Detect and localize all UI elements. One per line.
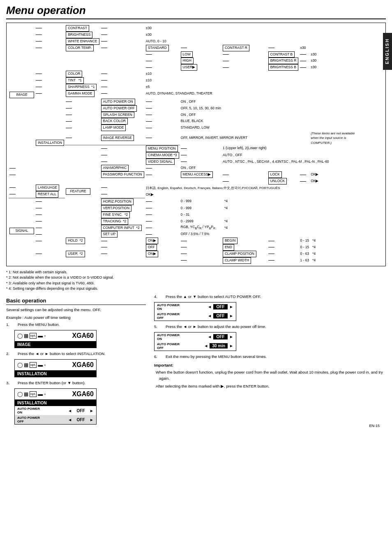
item-auto-power-on: AUTO POWER ON bbox=[101, 99, 135, 105]
step-1-num: 1. bbox=[6, 322, 14, 327]
item-clamp-width: CLAMP WIDTH bbox=[223, 257, 251, 264]
osd-row-3-2: AUTO POWEROFF ◄ OFF ► bbox=[15, 415, 96, 424]
english-sidebar: ENGLISH bbox=[383, 33, 392, 70]
value-br: ±30 bbox=[311, 58, 316, 62]
icon-circle-3: ◯ bbox=[17, 391, 23, 397]
item-auto-power-off: AUTO POWER OFF bbox=[101, 105, 137, 112]
osd-row-4-2-left: AUTO POWEROFF bbox=[157, 312, 206, 320]
item-brightness: BRIGHTNESS bbox=[66, 32, 92, 38]
item-low: LOW bbox=[181, 51, 193, 58]
value-cinema-mode: AUTO , OFF bbox=[223, 153, 242, 157]
item-brightness-r: BRIGHTNESS R bbox=[268, 58, 299, 64]
value-video-signal: AUTO , NTSC , PAL , SECAM , 4.43NTSC , P… bbox=[223, 159, 329, 164]
important-bullet-1: When the button doesn't function, unplug… bbox=[159, 369, 386, 381]
icon-square1: ▩ bbox=[24, 333, 28, 339]
item-user-signal: USER *2 bbox=[66, 251, 85, 257]
item-vert-pos: VERT.POSITION bbox=[101, 205, 132, 212]
osd-arrow-4-1-l: ◄ bbox=[208, 305, 212, 309]
value-clamp-width: 1 - 63 bbox=[300, 258, 309, 262]
item-brightness-b: BRIGHTNESS B bbox=[268, 64, 298, 71]
important-section: Important: When the button doesn't funct… bbox=[154, 362, 386, 390]
value-auto-power-off: OFF, 5, 10, 15, 30, 60 min bbox=[181, 106, 221, 110]
item-computer-input: COMPUTER INPUT *2 bbox=[101, 225, 142, 231]
value-white-enhance: AUTO, 0 - 10 bbox=[146, 39, 166, 43]
important-title: Important: bbox=[154, 362, 386, 368]
step-2-text: Press the ◄ or ► button to select INSTAL… bbox=[18, 351, 146, 356]
osd-model-3: XGA60 bbox=[72, 390, 94, 398]
value-auto-power-on: ON , OFF bbox=[181, 99, 196, 104]
osd-icons-3: ◯ ▩ opt. ▬ ▫ bbox=[17, 391, 46, 397]
value-language: 日本語, English, Español, Deutsch, Français… bbox=[146, 186, 280, 190]
value-reset-all: OK▶ bbox=[146, 192, 154, 196]
note-4: * 4: Setting range differs depending on … bbox=[6, 286, 386, 292]
item-splash-screen: SPLASH SCREEN bbox=[101, 112, 134, 118]
value-begin: 0 - 15 bbox=[300, 238, 309, 242]
item-hold-off: OFF bbox=[146, 244, 157, 251]
section-signal: SIGNAL bbox=[9, 228, 34, 234]
note-tracking: *4 bbox=[224, 219, 228, 223]
item-user-on: ON▶ bbox=[146, 251, 158, 257]
item-cinema-mode: CINEMA MODE *3 bbox=[146, 152, 179, 159]
osd-arrow-3-1-l: ◄ bbox=[68, 409, 72, 413]
item-user: USER▶ bbox=[181, 64, 198, 71]
icon-screen-3: ▫ bbox=[44, 391, 46, 397]
osd-display-5: AUTO POWERON ◄ OFF ► AUTO POWEROFF ◄ 30 … bbox=[154, 332, 236, 351]
value-splash: ON , OFF bbox=[181, 113, 196, 117]
step-6: 6. Exit the menu by pressing the MENU bu… bbox=[154, 354, 386, 359]
item-tint: TINT *1 bbox=[66, 77, 84, 84]
item-high: HIGH bbox=[181, 58, 194, 64]
osd-row-5-1: AUTO POWERON ◄ OFF ► bbox=[154, 332, 236, 342]
step-6-text: Exit the menu by pressing the MENU butto… bbox=[166, 354, 386, 359]
value-clamp-pos: 0 - 63 bbox=[300, 252, 309, 256]
osd-arrow-4-1-r: ► bbox=[229, 305, 233, 309]
item-horiz-pos: HORIZ.POSITION bbox=[101, 199, 134, 205]
icon-screen: ▫ bbox=[44, 333, 46, 339]
osd-arrow-5-1-r: ► bbox=[229, 335, 233, 339]
item-contrast: CONTRAST bbox=[66, 25, 89, 32]
mirror-note: (These items are not available when the … bbox=[310, 131, 363, 145]
note-3: * 3: Available only when the input signa… bbox=[6, 281, 386, 286]
value-gamma: AUTO, DYNAMIC, STANDARD, THEATER bbox=[146, 91, 212, 95]
osd-value-5-1: OFF bbox=[213, 334, 228, 339]
step-1-text: Press the MENU button. bbox=[18, 322, 146, 327]
value-menu-position: 1 (Upper left), 2(Lower right) bbox=[223, 146, 267, 150]
osd-display-2: ◯ ▩ opt. ▬ ▫ XGA60 INSTALLATION bbox=[14, 359, 97, 377]
item-lock: LOCK bbox=[268, 171, 282, 178]
osd-row-5-1-left: AUTO POWERON bbox=[157, 333, 206, 341]
section-feature: FEATURE bbox=[66, 188, 90, 195]
item-white-enhance: WHITE ENHANCE bbox=[66, 38, 99, 45]
basic-op-example: Example : Auto power off time setting bbox=[6, 314, 146, 321]
item-image-reverse: IMAGE REVERSE bbox=[101, 135, 134, 141]
value-anamorphic: ON , OFF bbox=[181, 166, 196, 170]
osd-value-4-2: OFF bbox=[213, 313, 228, 319]
section-image: IMAGE bbox=[9, 92, 34, 98]
icon-opt-2: opt. bbox=[30, 362, 37, 368]
step-3-num: 3. bbox=[6, 381, 14, 385]
item-video-signal: VIDEO SIGNAL bbox=[146, 159, 175, 165]
osd-value-5-2: 30 min bbox=[210, 343, 228, 349]
item-end: END bbox=[223, 244, 234, 251]
value-contrast: ±30 bbox=[146, 26, 152, 30]
icon-screen-2: ▫ bbox=[44, 362, 46, 368]
value-computer-input: RGB, YCBCR / YPBPR bbox=[181, 225, 216, 229]
step-2-num: 2. bbox=[6, 351, 14, 356]
osd-row-3-1: AUTO POWERON ◄ OFF ► bbox=[15, 406, 96, 415]
osd-display-4: AUTO POWERON ◄ OFF ► AUTO POWEROFF ◄ OFF… bbox=[154, 302, 236, 321]
osd-arrow-4-2-l: ◄ bbox=[208, 314, 212, 318]
step-3: 3. Press the ENTER button (or ▼ button). bbox=[6, 381, 146, 385]
osd-arrow-5-2-l: ◄ bbox=[204, 344, 208, 348]
value-lock: OK▶ bbox=[311, 172, 318, 176]
item-menu-access: MENU ACCESS▶ bbox=[181, 171, 213, 178]
basic-operation-title: Basic operation bbox=[6, 298, 146, 305]
value-horiz-pos: 0 - 999 bbox=[181, 199, 191, 203]
item-unlock: UNLOCK bbox=[268, 178, 287, 185]
osd-model-1: XGA60 bbox=[72, 332, 94, 339]
value-end: 0 - 15 bbox=[300, 245, 309, 249]
item-begin: BEGIN bbox=[223, 238, 238, 244]
value-tint: ±10 bbox=[146, 78, 152, 82]
osd-label-1: IMAGE bbox=[15, 342, 96, 348]
note-1: * 1: Not available with certain signals. bbox=[6, 270, 386, 275]
step-1: 1. Press the MENU button. bbox=[6, 322, 146, 327]
page-title: Menu operation bbox=[6, 4, 386, 19]
osd-display-1: ◯ ▩ opt. ▬ ▫ XGA60 IMAGE bbox=[14, 330, 97, 348]
